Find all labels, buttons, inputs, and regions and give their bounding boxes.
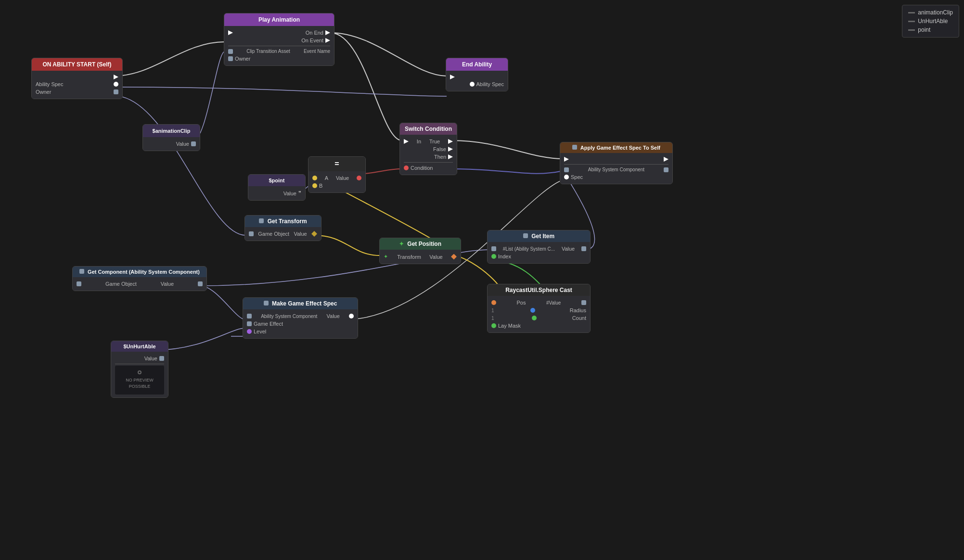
event-name-label: Event Name (304, 49, 330, 54)
get-component-go-pin (77, 281, 81, 286)
equals-symbol: = (334, 160, 339, 168)
switch-then-label: Then (434, 154, 446, 160)
make-ability-system-pin (247, 314, 252, 318)
apply-game-effect-divider (564, 164, 668, 165)
on-ability-start-ability-spec-pin (114, 82, 118, 87)
apply-game-effect-node[interactable]: Apply Game Effect Spec To Self Ability S… (560, 142, 673, 184)
play-animation-title: Play Animation (258, 16, 300, 23)
get-item-index-row: Index (491, 253, 586, 260)
apply-game-effect-title: Apply Game Effect Spec To Self (580, 145, 660, 151)
make-game-effect-row: Game Effect (247, 320, 354, 328)
unhurtable-value-label: Value (144, 356, 157, 361)
on-ability-start-owner-pin (114, 89, 118, 94)
end-ability-node[interactable]: End Ability Ability Spec (446, 58, 508, 91)
get-transform-value-pin (311, 231, 317, 237)
raycast-sphere-title: RaycastUtil.Sphere Cast (505, 287, 572, 293)
end-ability-exec-in-pin (450, 75, 455, 79)
make-game-effect-pin (247, 321, 252, 326)
raycast-count-row: 1 Count (491, 314, 586, 322)
unhurtable-var-body: Value NO PREVIEW POSSIBLE (111, 352, 168, 397)
equals-value-pin (357, 176, 361, 180)
equals-b-pin (312, 183, 317, 188)
legend-panel: animationClip UnHurtAble point (902, 5, 959, 38)
get-item-title: Get Item (531, 233, 554, 240)
on-ability-start-exec-row (36, 74, 118, 80)
apply-ability-system-row: Ability System Component (564, 166, 668, 173)
get-transform-game-object-row: Game Object Value (249, 230, 317, 238)
get-component-body: Game Object Value (73, 277, 206, 291)
legend-label-animation-clip: animationClip (918, 9, 953, 16)
switch-condition-input-pin (404, 165, 409, 170)
raycast-pos-row: Pos #Value (491, 299, 586, 306)
raycast-laymask-label: Lay Mask (498, 323, 521, 329)
get-transform-node[interactable]: Get Transform Game Object Value (244, 215, 321, 241)
equals-b-row: B (312, 182, 361, 190)
make-value-pin (349, 314, 354, 318)
unhurtable-var-header: $UnHurtAble (111, 341, 168, 352)
get-position-transform-row: ✦ Transform Value (384, 253, 457, 261)
make-game-effect-spec-node[interactable]: Make Game Effect Spec Ability System Com… (243, 297, 358, 339)
animation-clip-value-label: Value (176, 141, 189, 147)
get-item-index-pin (491, 254, 496, 259)
point-var-node[interactable]: $point Value ❞ (248, 174, 306, 201)
raycast-sphere-node[interactable]: RaycastUtil.Sphere Cast Pos #Value 1 Rad… (487, 284, 591, 333)
apply-game-effect-exec-row (564, 156, 668, 163)
point-var-body: Value ❞ (248, 186, 305, 200)
raycast-radius-row: 1 Radius (491, 306, 586, 314)
equals-value-label: Value (336, 175, 349, 181)
play-animation-divider (228, 46, 330, 46)
point-value-label: Value (283, 191, 296, 196)
animation-clip-value-row: Value (147, 140, 196, 148)
clip-transition-pin-left (228, 49, 233, 54)
legend-line-icon (908, 12, 915, 13)
get-transform-go-label: Game Object (258, 231, 289, 237)
switch-condition-body: In True False Then Condition (400, 135, 457, 175)
switch-condition-header: Switch Condition (400, 123, 457, 135)
make-game-effect-spec-body: Ability System Component Value Game Effe… (243, 309, 358, 338)
animation-clip-var-node[interactable]: $animationClip Value (142, 124, 200, 151)
switch-condition-node[interactable]: Switch Condition In True False Then Cond… (399, 123, 457, 175)
get-item-index-label: Index (498, 254, 511, 259)
get-component-value-pin (198, 281, 203, 286)
unhurtable-var-node[interactable]: $UnHurtAble Value NO PREVIEW POSSIBLE (111, 341, 168, 398)
legend-label-point: point (918, 26, 930, 33)
end-ability-body: Ability Spec (446, 71, 508, 91)
animation-clip-var-title: $animationClip (153, 128, 191, 134)
get-position-value-label: Value (429, 254, 442, 260)
switch-true-pin (448, 139, 453, 144)
equals-a-label: A (325, 175, 328, 181)
switch-condition-title: Switch Condition (405, 126, 452, 132)
animation-clip-value-pin (191, 141, 196, 146)
raycast-count-num: 1 (491, 316, 494, 321)
on-end-pin (325, 30, 330, 35)
play-animation-body: On End On Event Clip Transition Asset Ev… (224, 26, 334, 65)
make-ability-system-row: Ability System Component Value (247, 312, 354, 320)
unhurtable-value-pin (159, 356, 164, 361)
raycast-radius-pin (530, 308, 535, 313)
get-item-value-label: Value (562, 246, 575, 252)
end-ability-header: End Ability (446, 58, 508, 71)
switch-condition-label: Condition (411, 165, 433, 171)
unhurtable-preview-dot (138, 370, 141, 374)
on-ability-start-node[interactable]: ON ABILITY START (Self) Ability Spec Own… (31, 58, 123, 99)
equals-node[interactable]: = A Value B (308, 156, 366, 193)
raycast-pos-pin (491, 300, 496, 305)
end-ability-title: End Ability (462, 61, 492, 68)
get-position-node[interactable]: ✦ Get Position ✦ Transform Value (379, 238, 461, 264)
get-item-icon (523, 233, 528, 238)
get-item-node[interactable]: Get Item #List (Ability System C... Valu… (487, 230, 591, 264)
get-position-value-pin (451, 254, 457, 260)
get-component-icon (79, 269, 84, 274)
unhurtable-var-title: $UnHurtAble (123, 344, 155, 349)
raycast-radius-num: 1 (491, 308, 494, 313)
switch-true-label: True (429, 139, 440, 144)
unhurtable-divider (115, 364, 164, 364)
get-position-body: ✦ Transform Value (380, 250, 461, 264)
on-ability-start-exec-pin (114, 75, 118, 79)
get-transform-go-pin (249, 231, 254, 236)
play-animation-node[interactable]: Play Animation On End On Event Clip Tran… (224, 13, 334, 66)
get-item-list-pin (491, 246, 496, 251)
get-component-node[interactable]: Get Component (Ability System Component)… (72, 266, 207, 291)
get-component-header: Get Component (Ability System Component) (73, 267, 206, 277)
point-var-title: $point (269, 178, 285, 183)
